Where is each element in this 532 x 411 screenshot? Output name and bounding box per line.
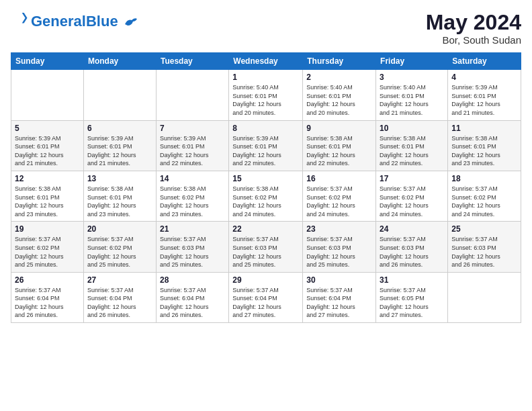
logo: GeneralBlue <box>11 11 138 32</box>
calendar-cell: 4Sunrise: 5:39 AM Sunset: 6:01 PM Daylig… <box>448 70 521 120</box>
day-number: 7 <box>160 124 225 133</box>
day-info: Sunrise: 5:40 AM Sunset: 6:01 PM Dayligh… <box>306 83 372 117</box>
calendar-cell: 13Sunrise: 5:38 AM Sunset: 6:01 PM Dayli… <box>83 171 156 221</box>
calendar-cell: 11Sunrise: 5:38 AM Sunset: 6:01 PM Dayli… <box>448 120 521 171</box>
day-info: Sunrise: 5:37 AM Sunset: 6:04 PM Dayligh… <box>15 286 80 320</box>
day-info: Sunrise: 5:39 AM Sunset: 6:01 PM Dayligh… <box>232 134 299 168</box>
day-number: 13 <box>87 174 152 183</box>
day-number: 1 <box>232 73 299 82</box>
day-info: Sunrise: 5:37 AM Sunset: 6:04 PM Dayligh… <box>160 286 225 320</box>
day-number: 9 <box>306 124 372 133</box>
calendar-cell: 5Sunrise: 5:39 AM Sunset: 6:01 PM Daylig… <box>11 120 84 171</box>
day-number: 2 <box>306 73 372 82</box>
calendar-cell: 9Sunrise: 5:38 AM Sunset: 6:01 PM Daylig… <box>303 120 376 171</box>
calendar-cell: 23Sunrise: 5:37 AM Sunset: 6:03 PM Dayli… <box>303 222 376 272</box>
calendar-cell: 1Sunrise: 5:40 AM Sunset: 6:01 PM Daylig… <box>229 70 303 120</box>
logo-text: GeneralBlue <box>31 13 138 30</box>
day-number: 20 <box>87 224 152 234</box>
calendar-cell: 24Sunrise: 5:37 AM Sunset: 6:03 PM Dayli… <box>376 222 448 272</box>
month-year: May 2024 <box>426 11 521 34</box>
day-info: Sunrise: 5:39 AM Sunset: 6:01 PM Dayligh… <box>160 134 225 168</box>
day-info: Sunrise: 5:37 AM Sunset: 6:05 PM Dayligh… <box>380 286 444 320</box>
day-info: Sunrise: 5:40 AM Sunset: 6:01 PM Dayligh… <box>380 83 444 117</box>
calendar-table: Sunday Monday Tuesday Wednesday Thursday… <box>11 52 521 323</box>
col-friday: Friday <box>376 53 448 70</box>
day-number: 5 <box>15 124 80 133</box>
day-number: 24 <box>380 224 444 234</box>
calendar-cell: 7Sunrise: 5:39 AM Sunset: 6:01 PM Daylig… <box>156 120 228 171</box>
day-number: 14 <box>160 174 225 183</box>
day-number: 27 <box>87 275 152 285</box>
day-info: Sunrise: 5:37 AM Sunset: 6:04 PM Dayligh… <box>232 286 299 320</box>
calendar-cell: 21Sunrise: 5:37 AM Sunset: 6:03 PM Dayli… <box>156 222 228 272</box>
day-info: Sunrise: 5:39 AM Sunset: 6:01 PM Dayligh… <box>15 134 80 168</box>
day-number: 26 <box>15 275 80 285</box>
day-number: 4 <box>451 73 517 82</box>
day-number: 31 <box>380 275 444 285</box>
logo-general: General <box>31 13 86 30</box>
calendar-cell: 8Sunrise: 5:39 AM Sunset: 6:01 PM Daylig… <box>229 120 303 171</box>
day-info: Sunrise: 5:37 AM Sunset: 6:02 PM Dayligh… <box>306 185 372 218</box>
calendar-cell: 26Sunrise: 5:37 AM Sunset: 6:04 PM Dayli… <box>11 272 84 322</box>
day-info: Sunrise: 5:37 AM Sunset: 6:03 PM Dayligh… <box>380 235 444 269</box>
calendar-cell <box>83 70 156 120</box>
calendar-cell: 3Sunrise: 5:40 AM Sunset: 6:01 PM Daylig… <box>376 70 448 120</box>
col-saturday: Saturday <box>448 53 521 70</box>
calendar-cell: 14Sunrise: 5:38 AM Sunset: 6:02 PM Dayli… <box>156 171 228 221</box>
day-number: 11 <box>451 124 517 133</box>
calendar-cell: 2Sunrise: 5:40 AM Sunset: 6:01 PM Daylig… <box>303 70 376 120</box>
day-info: Sunrise: 5:37 AM Sunset: 6:04 PM Dayligh… <box>87 286 152 320</box>
day-number: 8 <box>232 124 299 133</box>
day-info: Sunrise: 5:37 AM Sunset: 6:03 PM Dayligh… <box>306 235 372 269</box>
calendar-week-3: 12Sunrise: 5:38 AM Sunset: 6:01 PM Dayli… <box>11 171 521 221</box>
calendar-cell: 16Sunrise: 5:37 AM Sunset: 6:02 PM Dayli… <box>303 171 376 221</box>
col-wednesday: Wednesday <box>229 53 303 70</box>
day-number: 25 <box>451 224 517 234</box>
day-info: Sunrise: 5:38 AM Sunset: 6:01 PM Dayligh… <box>451 134 517 168</box>
title-block: May 2024 Bor, South Sudan <box>426 11 521 46</box>
col-sunday: Sunday <box>11 53 84 70</box>
day-number: 10 <box>380 124 444 133</box>
col-monday: Monday <box>83 53 156 70</box>
calendar-cell <box>448 272 521 322</box>
calendar-cell: 28Sunrise: 5:37 AM Sunset: 6:04 PM Dayli… <box>156 272 228 322</box>
calendar-cell: 19Sunrise: 5:37 AM Sunset: 6:02 PM Dayli… <box>11 222 84 272</box>
day-info: Sunrise: 5:39 AM Sunset: 6:01 PM Dayligh… <box>87 134 152 168</box>
calendar-cell: 22Sunrise: 5:37 AM Sunset: 6:03 PM Dayli… <box>229 222 303 272</box>
calendar-cell: 29Sunrise: 5:37 AM Sunset: 6:04 PM Dayli… <box>229 272 303 322</box>
day-number: 3 <box>380 73 444 82</box>
day-number: 6 <box>87 124 152 133</box>
calendar-cell: 15Sunrise: 5:38 AM Sunset: 6:02 PM Dayli… <box>229 171 303 221</box>
calendar-week-4: 19Sunrise: 5:37 AM Sunset: 6:02 PM Dayli… <box>11 222 521 272</box>
logo-bird-icon <box>124 15 138 30</box>
day-number: 28 <box>160 275 225 285</box>
calendar-cell: 20Sunrise: 5:37 AM Sunset: 6:02 PM Dayli… <box>83 222 156 272</box>
day-number: 18 <box>451 174 517 183</box>
calendar-cell: 30Sunrise: 5:37 AM Sunset: 6:04 PM Dayli… <box>303 272 376 322</box>
day-number: 19 <box>15 224 80 234</box>
day-info: Sunrise: 5:37 AM Sunset: 6:02 PM Dayligh… <box>15 235 80 269</box>
calendar-week-5: 26Sunrise: 5:37 AM Sunset: 6:04 PM Dayli… <box>11 272 521 322</box>
calendar-cell: 27Sunrise: 5:37 AM Sunset: 6:04 PM Dayli… <box>83 272 156 322</box>
day-number: 15 <box>232 174 299 183</box>
col-tuesday: Tuesday <box>156 53 228 70</box>
day-info: Sunrise: 5:37 AM Sunset: 6:03 PM Dayligh… <box>232 235 299 269</box>
calendar-cell: 31Sunrise: 5:37 AM Sunset: 6:05 PM Dayli… <box>376 272 448 322</box>
calendar-cell: 18Sunrise: 5:37 AM Sunset: 6:02 PM Dayli… <box>448 171 521 221</box>
header: GeneralBlue May 2024 Bor, South Sudan <box>11 11 521 46</box>
calendar-cell <box>156 70 228 120</box>
day-info: Sunrise: 5:37 AM Sunset: 6:02 PM Dayligh… <box>451 185 517 218</box>
day-info: Sunrise: 5:40 AM Sunset: 6:01 PM Dayligh… <box>232 83 299 117</box>
day-info: Sunrise: 5:38 AM Sunset: 6:01 PM Dayligh… <box>380 134 444 168</box>
day-info: Sunrise: 5:38 AM Sunset: 6:02 PM Dayligh… <box>160 185 225 218</box>
calendar-cell: 10Sunrise: 5:38 AM Sunset: 6:01 PM Dayli… <box>376 120 448 171</box>
day-info: Sunrise: 5:37 AM Sunset: 6:03 PM Dayligh… <box>160 235 225 269</box>
calendar-cell <box>11 70 84 120</box>
day-info: Sunrise: 5:37 AM Sunset: 6:02 PM Dayligh… <box>380 185 444 218</box>
location: Bor, South Sudan <box>426 34 521 46</box>
calendar-cell: 12Sunrise: 5:38 AM Sunset: 6:01 PM Dayli… <box>11 171 84 221</box>
day-number: 21 <box>160 224 225 234</box>
day-info: Sunrise: 5:37 AM Sunset: 6:04 PM Dayligh… <box>306 286 372 320</box>
day-number: 23 <box>306 224 372 234</box>
day-number: 17 <box>380 174 444 183</box>
